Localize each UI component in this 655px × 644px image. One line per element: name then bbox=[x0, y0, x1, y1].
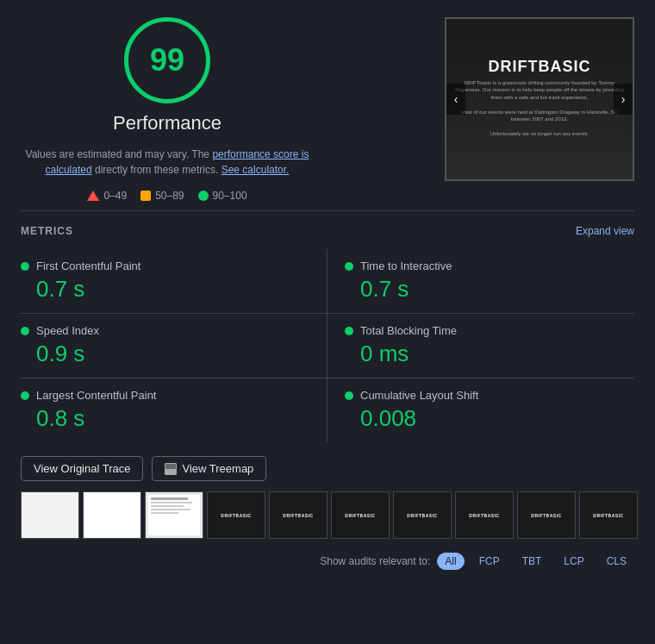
legend-orange-label: 50–89 bbox=[155, 190, 184, 202]
legend-red-label: 0–49 bbox=[103, 190, 127, 202]
thumbnail-8[interactable]: DRIFTBASIC bbox=[517, 491, 576, 539]
thumbnail-9[interactable]: DRIFTBASIC bbox=[579, 491, 638, 539]
treemap-icon bbox=[165, 463, 177, 475]
metric-si: Speed Index 0.9 s bbox=[21, 314, 328, 378]
legend-green: 90–100 bbox=[198, 190, 247, 202]
metric-lcp-dot bbox=[21, 391, 29, 400]
metric-si-label: Speed Index bbox=[36, 324, 99, 337]
metric-tti-dot bbox=[345, 262, 353, 271]
legend-red-icon bbox=[87, 191, 99, 201]
preview-arrow-right[interactable]: › bbox=[614, 84, 633, 115]
metric-tbt-dot bbox=[345, 327, 353, 335]
metric-si-dot bbox=[21, 327, 29, 335]
metric-tti: Time to Interactive 0.7 s bbox=[328, 249, 634, 314]
legend-orange: 50–89 bbox=[140, 190, 184, 202]
thumbnail-3[interactable]: DRIFTBASIC bbox=[207, 491, 265, 539]
score-label: Performance bbox=[113, 112, 221, 134]
audits-label: Show audits relevant to: bbox=[320, 555, 430, 567]
preview-content: DRIFTBASIC DRIFTbasic is a grassroots dr… bbox=[446, 19, 633, 179]
metric-lcp: Largest Contentful Paint 0.8 s bbox=[21, 378, 328, 442]
score-circle: 99 bbox=[124, 17, 210, 103]
audits-row: Show audits relevant to: All FCP TBT LCP… bbox=[0, 549, 655, 577]
metric-fcp-value: 0.7 s bbox=[36, 276, 309, 303]
calculator-link[interactable]: See calculator. bbox=[221, 164, 290, 176]
metric-fcp: First Contentful Paint 0.7 s bbox=[21, 249, 328, 314]
metrics-section: METRICS Expand view First Contentful Pai… bbox=[0, 211, 655, 442]
thumbnail-0[interactable] bbox=[21, 491, 79, 539]
audit-chip-fcp[interactable]: FCP bbox=[471, 553, 508, 570]
metric-tti-label: Time to Interactive bbox=[360, 259, 452, 272]
metric-tbt-value: 0 ms bbox=[360, 341, 634, 367]
audit-chip-all[interactable]: All bbox=[437, 553, 464, 570]
metric-tbt: Total Blocking Time 0 ms bbox=[328, 314, 634, 378]
preview-text: DRIFTbasic is a grassroots drifting comm… bbox=[446, 76, 633, 141]
legend-red: 0–49 bbox=[87, 190, 127, 202]
thumbnail-7[interactable]: DRIFTBASIC bbox=[455, 491, 514, 539]
preview-arrow-left[interactable]: ‹ bbox=[446, 84, 465, 115]
legend-orange-icon bbox=[140, 191, 151, 201]
metric-cls-label: Cumulative Layout Shift bbox=[360, 389, 478, 402]
thumbnail-4[interactable]: DRIFTBASIC bbox=[269, 491, 328, 539]
metric-lcp-label: Largest Contentful Paint bbox=[36, 389, 156, 402]
score-value: 99 bbox=[150, 42, 184, 78]
metric-cls-value: 0.008 bbox=[360, 405, 634, 432]
thumbnail-6[interactable]: DRIFTBASIC bbox=[393, 491, 452, 539]
metric-cls-dot bbox=[345, 391, 353, 400]
audit-chip-cls[interactable]: CLS bbox=[599, 553, 634, 570]
preview-frame: ‹ DRIFTBASIC DRIFTbasic is a grassroots … bbox=[445, 17, 634, 181]
preview-section: ‹ DRIFTBASIC DRIFTbasic is a grassroots … bbox=[331, 17, 634, 181]
audit-chip-tbt[interactable]: TBT bbox=[515, 553, 550, 570]
score-legend: 0–49 50–89 90–100 bbox=[87, 190, 246, 202]
view-treemap-label: View Treemap bbox=[182, 462, 253, 475]
expand-view-button[interactable]: Expand view bbox=[576, 225, 634, 237]
metric-tti-value: 0.7 s bbox=[360, 276, 634, 303]
view-original-trace-button[interactable]: View Original Trace bbox=[21, 456, 143, 481]
legend-green-label: 90–100 bbox=[213, 190, 247, 202]
metric-cls: Cumulative Layout Shift 0.008 bbox=[328, 378, 634, 442]
buttons-row: View Original Trace View Treemap bbox=[0, 442, 655, 491]
audit-chip-lcp[interactable]: LCP bbox=[556, 553, 591, 570]
metrics-grid: First Contentful Paint 0.7 s Time to Int… bbox=[21, 249, 634, 442]
metric-si-value: 0.9 s bbox=[36, 341, 309, 367]
metric-fcp-label: First Contentful Paint bbox=[36, 259, 140, 272]
metric-lcp-value: 0.8 s bbox=[36, 405, 309, 432]
score-note: Values are estimated and may vary. The p… bbox=[21, 147, 314, 178]
metric-tbt-label: Total Blocking Time bbox=[360, 324, 457, 337]
thumbnails-row: DRIFTBASIC DRIFTBASIC DRIFTBASIC DRIFTBA… bbox=[0, 491, 655, 549]
thumbnail-2[interactable] bbox=[145, 491, 203, 539]
legend-green-icon bbox=[198, 191, 209, 201]
preview-title: DRIFTBASIC bbox=[489, 58, 591, 76]
thumbnail-1[interactable] bbox=[83, 491, 141, 539]
thumbnail-5[interactable]: DRIFTBASIC bbox=[331, 491, 390, 539]
metrics-title: METRICS bbox=[21, 225, 73, 237]
metrics-header: METRICS Expand view bbox=[21, 225, 634, 237]
metric-fcp-dot bbox=[21, 262, 29, 271]
view-treemap-button[interactable]: View Treemap bbox=[152, 456, 266, 481]
